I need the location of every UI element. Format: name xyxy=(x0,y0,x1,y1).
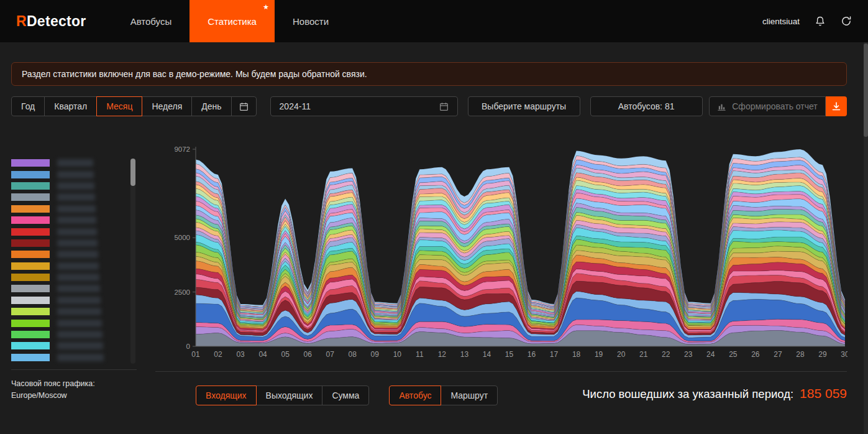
x-axis-label: 07 xyxy=(326,350,335,359)
period-day-button[interactable]: День xyxy=(191,96,231,116)
x-axis-label: 24 xyxy=(706,350,715,359)
direction-outgoing-button[interactable]: Выходящих xyxy=(256,386,323,405)
x-axis-label: 11 xyxy=(416,350,424,359)
legend-label-blurred xyxy=(57,251,98,258)
legend-item[interactable] xyxy=(11,352,135,363)
legend-label-blurred xyxy=(57,205,96,213)
legend-item[interactable] xyxy=(11,295,135,306)
star-badge-icon: ★ xyxy=(263,4,269,11)
legend-label-blurred xyxy=(57,239,98,247)
y-axis-label: 2500 xyxy=(174,289,190,296)
x-axis-label: 03 xyxy=(236,350,245,359)
mode-route-button[interactable]: Маршрут xyxy=(441,386,498,405)
legend-item[interactable] xyxy=(11,317,135,328)
legend-label-blurred xyxy=(57,228,97,236)
legend-color-swatch xyxy=(11,228,50,236)
x-axis-label: 14 xyxy=(483,350,491,359)
legend-label-blurred xyxy=(57,159,93,167)
select-routes-button[interactable]: Выберите маршруты xyxy=(468,96,580,116)
period-week-button[interactable]: Неделя xyxy=(142,96,192,116)
x-axis-label: 16 xyxy=(528,350,536,359)
x-axis-label: 10 xyxy=(393,350,402,359)
legend-item[interactable] xyxy=(11,249,135,260)
date-picker[interactable]: 2024-11 xyxy=(270,96,458,116)
period-quarter-button[interactable]: Квартал xyxy=(44,96,97,116)
header: RDetector АвтобусыСтатистика★Новости cli… xyxy=(0,0,868,42)
x-axis-label: 12 xyxy=(438,350,447,359)
mode-bus-button[interactable]: Автобус xyxy=(389,386,441,405)
direction-sum-button[interactable]: Сумма xyxy=(322,386,369,405)
legend-label-blurred xyxy=(57,182,94,190)
legend-color-swatch xyxy=(11,262,50,270)
legend-color-swatch xyxy=(11,297,50,304)
nav-item-label: Автобусы xyxy=(130,16,172,27)
legend-item[interactable] xyxy=(11,169,135,180)
period-month-button[interactable]: Месяц xyxy=(96,96,142,116)
nav-item-statistics[interactable]: Статистика★ xyxy=(190,0,275,42)
legend-item[interactable] xyxy=(11,272,135,283)
legend-item[interactable] xyxy=(11,226,135,237)
legend-item[interactable] xyxy=(11,192,135,203)
legend-item[interactable] xyxy=(11,261,135,272)
nav-item-news[interactable]: Новости xyxy=(275,0,347,42)
direction-segmented: ВходящихВыходящихСумма xyxy=(196,386,369,405)
period-year-button[interactable]: Год xyxy=(11,96,45,116)
legend-scrollbar[interactable] xyxy=(130,159,135,364)
x-axis-label: 22 xyxy=(662,350,670,359)
page-scrollbar[interactable] xyxy=(864,0,868,434)
legend-item[interactable] xyxy=(11,340,135,351)
legend-color-swatch xyxy=(11,205,50,213)
timezone-info: Часовой пояс графика: Europe/Moscow xyxy=(11,378,95,402)
legend-label-blurred xyxy=(57,354,104,361)
chart-area: 0250050009072010203040506070809101112131… xyxy=(157,144,847,361)
x-axis-label: 18 xyxy=(572,350,581,359)
legend-label-blurred xyxy=(57,342,103,349)
x-axis-label: 25 xyxy=(729,350,738,359)
x-axis-label: 17 xyxy=(550,350,559,359)
legend-color-swatch xyxy=(11,274,50,281)
legend-label-blurred xyxy=(57,262,99,270)
legend-color-swatch xyxy=(11,308,50,315)
legend-color-swatch xyxy=(11,193,50,201)
username[interactable]: clientsiuat xyxy=(762,17,800,26)
period-segmented: ГодКварталМесяцНеделяДень xyxy=(11,96,257,116)
timezone-value: Europe/Moscow xyxy=(11,390,95,402)
legend-color-swatch xyxy=(11,354,50,361)
app-logo[interactable]: RDetector xyxy=(16,13,86,30)
y-axis-label: 9072 xyxy=(174,145,190,153)
legend-item[interactable] xyxy=(11,180,135,192)
buses-count-button[interactable]: Автобусов: 81 xyxy=(590,96,703,116)
generate-report-button[interactable]: Сформировать отчет xyxy=(709,96,826,116)
bell-icon[interactable] xyxy=(815,16,826,27)
legend-label-blurred xyxy=(57,331,103,338)
legend-color-swatch xyxy=(11,182,50,190)
legend-color-swatch xyxy=(11,331,50,338)
header-right: clientsiuat xyxy=(762,16,852,27)
legend-item[interactable] xyxy=(11,283,135,294)
download-button[interactable] xyxy=(826,96,847,116)
legend-item[interactable] xyxy=(11,215,135,226)
legend-label-blurred xyxy=(57,171,94,178)
legend-divider xyxy=(11,369,137,370)
legend-panel xyxy=(11,157,135,367)
legend-item[interactable] xyxy=(11,238,135,249)
legend-item[interactable] xyxy=(11,329,135,340)
legend-label-blurred xyxy=(57,274,99,281)
period-calendar-button[interactable] xyxy=(231,96,257,116)
x-axis-label: 29 xyxy=(818,350,827,359)
x-axis-label: 13 xyxy=(460,350,469,359)
logout-icon[interactable] xyxy=(841,16,852,27)
main-nav: АвтобусыСтатистика★Новости xyxy=(112,0,347,42)
legend-item[interactable] xyxy=(11,306,135,317)
y-axis-label: 5000 xyxy=(174,234,190,241)
x-axis-label: 05 xyxy=(281,350,290,359)
legend-item[interactable] xyxy=(11,203,135,215)
page-scrollbar-thumb[interactable] xyxy=(864,44,868,137)
nav-item-buses[interactable]: Автобусы xyxy=(112,0,190,42)
legend-item[interactable] xyxy=(11,157,135,169)
x-axis-label: 02 xyxy=(214,350,222,359)
direction-incoming-button[interactable]: Входящих xyxy=(196,386,257,405)
legend-scrollbar-thumb[interactable] xyxy=(130,159,135,186)
nav-item-label: Статистика xyxy=(208,16,257,27)
legend-label-blurred xyxy=(57,285,100,292)
